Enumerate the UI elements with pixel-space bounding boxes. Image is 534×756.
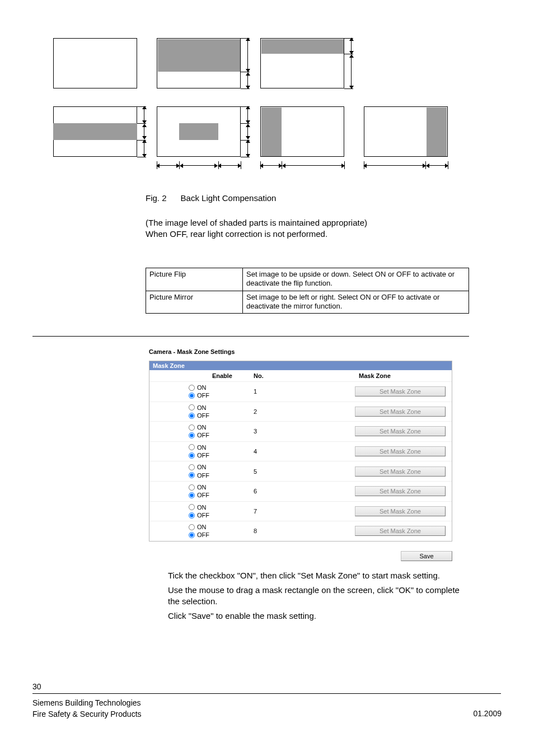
figure-note-1: (The image level of shaded parts is main…	[146, 217, 367, 228]
mask-zone-row: ON OFF1Set Mask Zone	[149, 381, 452, 402]
radio-on[interactable]: ON	[189, 463, 207, 471]
col-enable: Enable	[149, 372, 249, 379]
radio-off[interactable]: OFF	[189, 412, 209, 419]
set-mask-zone-button[interactable]: Set Mask Zone	[355, 407, 446, 417]
footer-line2: Fire Safety & Security Products	[32, 709, 142, 720]
radio-on[interactable]: ON	[189, 483, 207, 491]
mask-zone-row: ON OFF7Set Mask Zone	[149, 501, 452, 521]
cell-name: Picture Mirror	[146, 291, 243, 314]
row-number: 1	[249, 388, 354, 395]
figure-caption: Fig. 2 Back Light Compensation	[146, 193, 276, 203]
table-row: Picture Mirror Set image to be left or r…	[146, 291, 469, 314]
mask-zone-panel: Mask Zone Enable No. Mask Zone ON OFF1Se…	[149, 361, 452, 542]
instruction-3: Click "Save" to enable the mask setting.	[168, 610, 465, 622]
radio-on[interactable]: ON	[189, 523, 207, 531]
row-number: 2	[249, 408, 354, 415]
radio-off[interactable]: OFF	[189, 391, 209, 399]
col-maskzone: Mask Zone	[354, 372, 452, 379]
save-button[interactable]: Save	[401, 551, 452, 561]
camera-screen-title: Camera - Mask Zone Settings	[149, 348, 235, 355]
set-mask-zone-button[interactable]: Set Mask Zone	[355, 506, 446, 516]
figure-title: Back Light Compensation	[181, 193, 277, 203]
row-number: 6	[249, 488, 354, 494]
mask-zone-row: ON OFF2Set Mask Zone	[149, 402, 452, 422]
cell-name: Picture Flip	[146, 268, 243, 291]
mask-zone-row: ON OFF8Set Mask Zone	[149, 521, 452, 541]
set-mask-zone-button[interactable]: Set Mask Zone	[355, 526, 446, 536]
footer-date: 01.2009	[473, 709, 502, 718]
row-number: 4	[249, 448, 354, 455]
radio-on[interactable]: ON	[189, 423, 207, 431]
radio-off[interactable]: OFF	[189, 491, 209, 499]
flip-mirror-table: Picture Flip Set image to be upside or d…	[146, 268, 469, 314]
table-row: Picture Flip Set image to be upside or d…	[146, 268, 469, 291]
mask-zone-header: Mask Zone	[149, 361, 452, 370]
col-no: No.	[249, 372, 354, 379]
instruction-1: Tick the checkbox "ON", then click "Set …	[168, 570, 465, 581]
figure-label: Fig. 2	[146, 193, 167, 203]
instruction-2: Use the mouse to drag a mask rectangle o…	[168, 585, 465, 608]
set-mask-zone-button[interactable]: Set Mask Zone	[355, 386, 446, 396]
row-number: 7	[249, 508, 354, 515]
set-mask-zone-button[interactable]: Set Mask Zone	[355, 486, 446, 496]
mask-zone-columns: Enable No. Mask Zone	[149, 370, 452, 381]
row-number: 8	[249, 528, 354, 534]
footer-rule	[32, 693, 501, 694]
figure-note-2: When OFF, rear light correction is not p…	[146, 228, 327, 240]
set-mask-zone-button[interactable]: Set Mask Zone	[355, 446, 446, 456]
cell-desc: Set image to be left or right. Select ON…	[243, 291, 469, 314]
radio-off[interactable]: OFF	[189, 431, 209, 439]
radio-on[interactable]: ON	[189, 384, 207, 391]
row-number: 3	[249, 428, 354, 435]
page-number: 30	[32, 682, 41, 691]
radio-on[interactable]: ON	[189, 404, 207, 412]
section-divider	[32, 336, 469, 337]
radio-on[interactable]: ON	[189, 444, 207, 451]
mask-zone-row: ON OFF3Set Mask Zone	[149, 421, 452, 441]
footer-left: Siemens Building Technologies Fire Safet…	[32, 698, 142, 720]
set-mask-zone-button[interactable]: Set Mask Zone	[355, 466, 446, 477]
row-number: 5	[249, 468, 354, 475]
radio-off[interactable]: OFF	[189, 511, 209, 519]
radio-off[interactable]: OFF	[189, 472, 209, 479]
footer-line1: Siemens Building Technologies	[32, 698, 142, 709]
radio-on[interactable]: ON	[189, 503, 207, 511]
cell-desc: Set image to be upside or down. Select O…	[243, 268, 469, 291]
radio-off[interactable]: OFF	[189, 531, 209, 539]
mask-zone-row: ON OFF6Set Mask Zone	[149, 481, 452, 501]
mask-zone-row: ON OFF4Set Mask Zone	[149, 441, 452, 461]
radio-off[interactable]: OFF	[189, 451, 209, 459]
set-mask-zone-button[interactable]: Set Mask Zone	[355, 426, 446, 436]
mask-zone-row: ON OFF5Set Mask Zone	[149, 461, 452, 481]
